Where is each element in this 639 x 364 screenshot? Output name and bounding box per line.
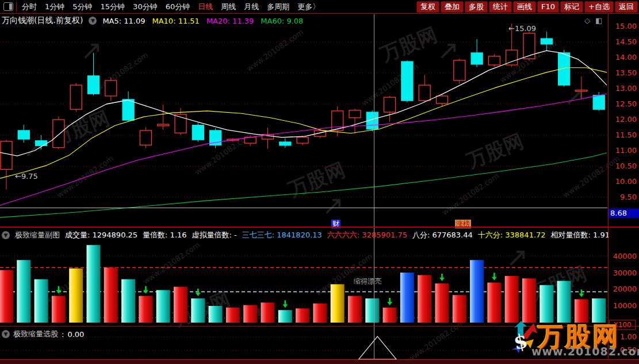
price-axis-label: 10.50 xyxy=(610,162,637,170)
tool-button[interactable]: 标记 xyxy=(560,1,583,13)
period-menu: 分时1分钟5分钟15分钟30分钟60分钟日线周线月线多周期更多〉 xyxy=(18,2,324,12)
period-tab[interactable]: 月线 xyxy=(240,2,263,12)
volume-bar xyxy=(296,308,309,323)
candle-up xyxy=(488,54,500,67)
collapse-icon[interactable]: ▼ xyxy=(2,330,10,338)
candle-up xyxy=(105,78,117,101)
volume-bar xyxy=(261,302,275,323)
candlestick-chart[interactable] xyxy=(0,14,607,228)
volume-bar xyxy=(505,276,519,323)
tool-button[interactable]: 画线 xyxy=(513,1,536,13)
period-tab[interactable]: 分时 xyxy=(18,2,41,12)
crosshair-horizontal-line xyxy=(0,208,607,208)
price-axis-label: 10.00 xyxy=(610,177,637,186)
volume-bar xyxy=(470,260,484,323)
tool-button[interactable]: 叠加 xyxy=(441,1,464,13)
candle-up xyxy=(262,128,274,149)
candle-down xyxy=(541,32,552,51)
volume-bar xyxy=(0,270,13,323)
crosshair-vertical-line xyxy=(374,14,374,360)
selection-value: 0.00 xyxy=(67,330,84,339)
price-axis-label: 11.00 xyxy=(610,146,637,155)
price-axis-label: 13.50 xyxy=(610,68,637,77)
collapse-icon[interactable]: ▼ xyxy=(2,231,10,239)
period-tab[interactable]: 多周期 xyxy=(263,2,293,12)
tool-button[interactable]: 返回 xyxy=(615,1,638,13)
stock-title: 万向钱潮(日线.前复权) xyxy=(2,16,83,26)
tool-button[interactable]: F10 xyxy=(537,1,559,13)
volume-bar xyxy=(209,306,223,323)
tool-button[interactable]: 统计 xyxy=(489,1,512,13)
volume-bar xyxy=(278,310,292,323)
period-tab[interactable]: 5分钟 xyxy=(68,2,96,12)
candle-up xyxy=(523,32,535,60)
period-tab[interactable]: 15分钟 xyxy=(97,2,129,12)
buy-signal-arrow-icon xyxy=(143,286,148,294)
period-tab[interactable]: 日线 xyxy=(194,2,217,12)
indicator-field: 三七三七: 1841820.13 xyxy=(242,230,322,240)
candle-up xyxy=(140,127,151,148)
price-axis-label: 14.00 xyxy=(610,53,637,62)
diamond-icon[interactable]: ◇ xyxy=(584,16,590,25)
volume-bar xyxy=(539,285,553,323)
ma-value-label: MA5: 11.09 xyxy=(102,17,145,25)
volume-bar xyxy=(592,298,606,323)
volume-bar xyxy=(453,295,466,323)
candle-down xyxy=(18,125,29,143)
split-window-icon[interactable] xyxy=(3,2,13,11)
period-tab[interactable]: 更多〉 xyxy=(293,2,324,12)
volume-bar xyxy=(331,284,345,323)
candle-up xyxy=(349,109,361,134)
volume-bar xyxy=(52,296,66,323)
candle-down xyxy=(36,135,47,150)
indicator-field: 六六六六: 3285901.75 xyxy=(327,230,407,240)
indicator-header-row: ▼ 极致缩量副图 成交量: 1294890.25量倍数: 1.16虚拟量倍数: … xyxy=(0,229,609,241)
candle-up xyxy=(419,75,430,102)
logo-site-text: www.201082.com xyxy=(531,345,639,358)
selection-signal-triangle xyxy=(358,336,396,359)
chart-title-row: 万向钱潮(日线.前复权) ▼ MA5: 11.09MA10: 11.51MA20… xyxy=(2,15,303,26)
buy-signal-arrow-icon xyxy=(579,289,584,297)
indicator-field: 十六分: 338841.72 xyxy=(478,230,546,240)
candle-up xyxy=(1,140,12,189)
period-tab[interactable]: 30分钟 xyxy=(129,2,162,12)
volume-bar xyxy=(383,308,397,323)
volume-bar xyxy=(575,299,588,323)
price-annotation: ←9.75 xyxy=(15,172,38,181)
axis-border-line xyxy=(608,14,609,364)
volume-bar xyxy=(191,298,205,323)
volume-bar xyxy=(400,273,414,323)
volume-bar xyxy=(226,308,240,323)
ma-line-MA20 xyxy=(0,94,607,205)
tools-menu: 复权叠加多股统计画线F10标记+自选返回 xyxy=(416,1,639,13)
buy-signal-arrow-icon xyxy=(439,274,445,281)
period-tab[interactable]: 60分钟 xyxy=(162,2,194,12)
trading-app-window: www.201082.comwww.201082.comwww.201082.c… xyxy=(0,0,639,364)
indicator-name[interactable]: 极致缩量副图 xyxy=(15,230,60,240)
price-axis-label: 11.50 xyxy=(610,131,637,139)
toolbar-divider xyxy=(16,2,17,12)
selection-name[interactable]: 极致缩量选股 xyxy=(13,329,58,339)
tool-button[interactable]: +自选 xyxy=(584,1,614,13)
volume-bar xyxy=(418,275,431,323)
chart-corner-icons: ◇ ◧ xyxy=(584,16,602,25)
volume-chart[interactable] xyxy=(0,241,607,327)
volume-axis-label: 40000 xyxy=(610,252,637,260)
price-axis-label: 9.50 xyxy=(610,193,637,201)
period-tab[interactable]: 1分钟 xyxy=(41,2,68,12)
ma-value-label: MA10: 11.51 xyxy=(152,17,199,25)
candle-up xyxy=(70,83,82,112)
period-tab[interactable]: 周线 xyxy=(217,2,240,12)
tool-button[interactable]: 复权 xyxy=(416,1,439,13)
candle-down xyxy=(123,91,134,121)
candle-up xyxy=(158,105,169,130)
volume-bar xyxy=(174,287,188,323)
pane-separator xyxy=(0,227,639,228)
layout-icon[interactable]: ◧ xyxy=(595,16,602,25)
ma-value-label: MA20: 11.39 xyxy=(206,17,254,25)
chevron-down-icon[interactable]: ▼ xyxy=(89,17,97,25)
volume-axis-label: 20000 xyxy=(610,285,637,293)
tool-button[interactable]: 多股 xyxy=(465,1,488,13)
volume-note-text: 缩得漂亮 xyxy=(354,277,381,286)
buy-signal-arrow-icon xyxy=(492,273,497,280)
